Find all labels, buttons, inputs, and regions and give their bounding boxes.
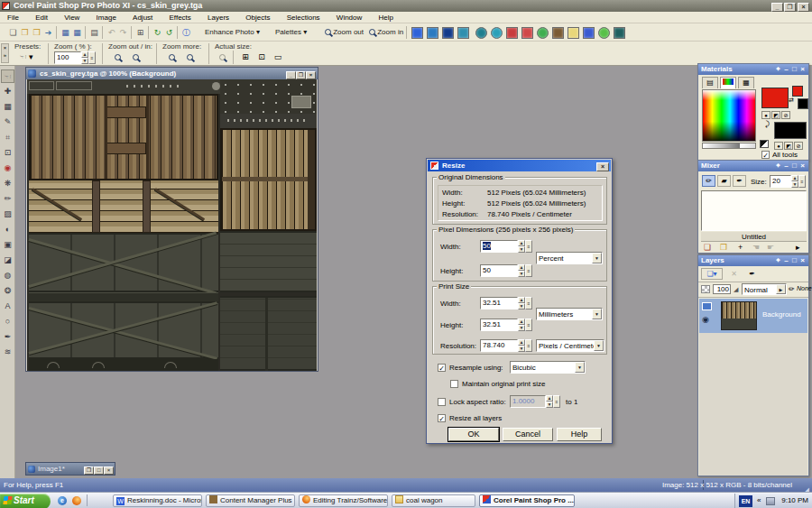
background-property-swatch[interactable] [798, 98, 808, 109]
menu-edit[interactable]: Edit [28, 12, 55, 23]
pixel-unit-arrow-icon[interactable]: ▼ [592, 253, 602, 263]
enhance-photo-button[interactable]: Enhance Photo ▾ [200, 25, 264, 40]
window-maximize-button[interactable]: ❐ [784, 3, 796, 12]
materials-maximize-icon[interactable]: □ [790, 64, 798, 75]
bg-style-pattern-button[interactable]: ⊘ [794, 142, 803, 150]
image-minimize-button[interactable]: _ [286, 71, 296, 79]
mixer-close-icon[interactable]: × [798, 161, 807, 171]
print-height-value[interactable]: 32.51 [480, 319, 518, 331]
capture-icon[interactable]: ↻ [152, 26, 163, 39]
print-resolution-slider[interactable]: ≡ [525, 339, 532, 352]
task-coal-wagon[interactable]: coal wagon [392, 494, 475, 507]
lighten-darken-tool[interactable]: ◐ [1, 223, 14, 236]
image-window-titlebar[interactable]: cs_skin_grey.tga @ 100% (Background) _❐× [26, 68, 318, 79]
tray-app-icon[interactable] [766, 497, 775, 505]
zoom-percent-slider[interactable]: ≡ [88, 51, 96, 64]
pixel-height-spinner[interactable]: 50 ▲▼ ≡ [480, 264, 532, 277]
mixer-size-slider[interactable]: ≡ [798, 175, 806, 188]
mixer-menu-arrow-icon[interactable]: ▸ [796, 243, 800, 252]
zoom-percent-value[interactable]: 100 [54, 51, 81, 64]
menu-effects[interactable]: Effects [162, 12, 198, 23]
resolution-unit-arrow-icon[interactable]: ▼ [594, 340, 604, 351]
layers-pin-icon[interactable]: ⌖ [774, 255, 782, 266]
pick-tool[interactable]: ⊡ [1, 146, 14, 160]
mixer-add-icon[interactable]: + [738, 243, 743, 252]
mixer-unmix-icon[interactable]: ☚ [752, 243, 760, 252]
edge-effect-icon[interactable] [537, 27, 549, 39]
mixer-remix-icon[interactable]: ☛ [767, 243, 774, 252]
red-eye-tool[interactable]: ◉ [1, 162, 14, 175]
geometric-effect-icon[interactable] [475, 27, 487, 39]
resample-checkbox[interactable]: ✓ [438, 364, 446, 372]
menu-objects[interactable]: Objects [238, 12, 277, 23]
print-height-slider[interactable]: ≡ [525, 319, 532, 331]
presets-dropdown[interactable]: ☜ ▾ [14, 51, 38, 64]
palette-grip[interactable]: ×» [1, 43, 9, 63]
layer-name[interactable]: Background [762, 310, 801, 319]
menu-layers[interactable]: Layers [200, 12, 236, 23]
dropper-tool[interactable]: ✎ [1, 115, 14, 129]
mixer-panel-titlebar[interactable]: Mixer ⌖–□× [698, 161, 808, 171]
illumination-effect-icon[interactable] [567, 27, 579, 39]
internet-explorer-icon[interactable]: e [58, 496, 67, 505]
mixer-canvas[interactable] [701, 190, 807, 231]
print-width-updown[interactable]: ▲▼ [518, 297, 525, 309]
help-button[interactable]: Help [557, 428, 602, 441]
tray-expand-icon[interactable]: « [757, 494, 761, 508]
layer-visibility-eye-icon[interactable]: ◉ [702, 315, 709, 324]
lock-aspect-ratio-checkbox[interactable] [438, 398, 446, 406]
fit-image-button[interactable]: ⊡ [254, 51, 269, 64]
color-picker-area[interactable] [702, 89, 756, 142]
browse-icon[interactable]: ❒ [31, 26, 42, 39]
eraser-tool[interactable]: ◪ [1, 254, 14, 267]
materials-tab-frame[interactable]: ▤ [702, 77, 718, 88]
materials-pin-icon[interactable]: ⌖ [774, 64, 782, 75]
mixer-knife-tool[interactable]: ▰ [717, 175, 731, 187]
layers-panel-titlebar[interactable]: Layers ⌖–□× [698, 255, 808, 266]
style-color-button[interactable]: ● [761, 111, 770, 119]
fit-window-button[interactable]: ⊞ [238, 51, 253, 64]
mixer-brush-tool[interactable]: ✏ [702, 175, 715, 187]
paint-brush-tool[interactable]: ✏ [1, 192, 14, 206]
image-effects-icon[interactable] [583, 27, 595, 39]
print-width-slider[interactable]: ≡ [525, 297, 532, 309]
pixel-width-slider[interactable]: ≡ [525, 240, 532, 253]
print-icon[interactable]: ▤ [88, 26, 100, 39]
clone-tool[interactable]: ▣ [1, 238, 14, 252]
resample-arrow-icon[interactable]: ▼ [575, 362, 585, 373]
mixer-minimize-icon[interactable]: – [782, 161, 790, 171]
mixer-pin-icon[interactable]: ⌖ [774, 161, 782, 171]
print-width-spinner[interactable]: 32.51 ▲▼ ≡ [480, 297, 532, 309]
materials-tab-rainbow[interactable] [720, 77, 736, 88]
art-media-effect-icon[interactable] [506, 27, 518, 39]
mixer-size-value[interactable]: 20 [770, 175, 791, 188]
selection-tool[interactable]: ▦ [1, 100, 14, 114]
minimized-close-button[interactable]: × [104, 466, 114, 475]
cancel-button[interactable]: Cancel [503, 428, 553, 441]
delete-layer-button[interactable]: ✕ [727, 268, 741, 280]
bg-style-gradient-button[interactable]: ◩ [784, 142, 793, 150]
menu-file[interactable]: File [0, 12, 26, 23]
task-content-manager[interactable]: Content Manager Plus [206, 494, 295, 507]
pixel-width-spinner[interactable]: 50 ▲▼ ≡ [480, 240, 532, 253]
makeover-tool[interactable]: ❋ [1, 177, 14, 190]
text-tool[interactable]: A [1, 300, 14, 313]
foreground-property-swatch[interactable] [792, 86, 803, 97]
blend-mode-dropdown[interactable]: Normal ▶ [742, 283, 787, 295]
window-minimize-button[interactable]: _ [771, 3, 783, 12]
distortion-effect-icon[interactable] [491, 27, 503, 39]
all-tools-checkbox[interactable]: ✓ [761, 151, 770, 159]
edit-selection-button[interactable]: ✒ [745, 268, 759, 280]
zoom-more-out-button[interactable] [164, 51, 179, 64]
task-reskinning-doc[interactable]: WReskinning.doc - Microso... [113, 494, 202, 507]
minimized-image-window[interactable]: Image1* ❐□× [25, 462, 115, 476]
mixer-maximize-icon[interactable]: □ [790, 161, 798, 171]
pixel-width-updown[interactable]: ▲▼ [518, 240, 525, 253]
menu-window[interactable]: Window [329, 12, 369, 23]
print-resolution-value[interactable]: 78.740 [480, 339, 518, 352]
effect-browser-icon[interactable] [411, 27, 423, 39]
zoom-in-button[interactable]: Zoom in [364, 25, 408, 40]
save-as-icon[interactable]: ▦ [71, 26, 83, 39]
swap-colors-icon[interactable]: ⇄ [789, 97, 794, 104]
layers-minimize-icon[interactable]: – [782, 255, 790, 266]
